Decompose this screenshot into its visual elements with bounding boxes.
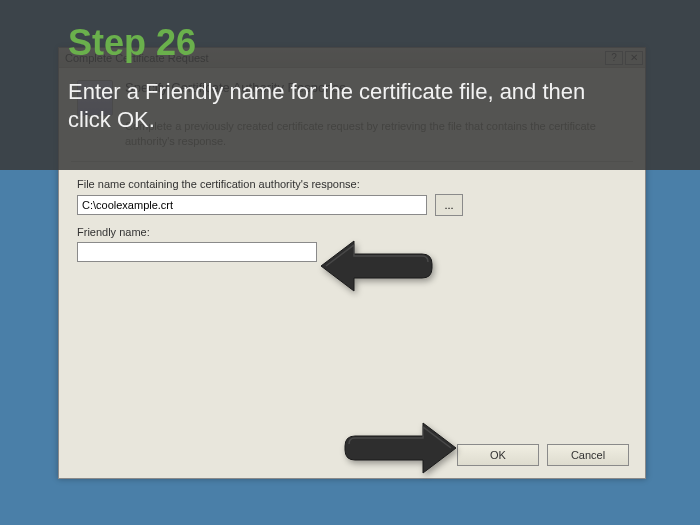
help-icon: ? (611, 52, 617, 63)
step-number: Step 26 (68, 22, 196, 64)
dialog-buttons: OK Cancel (457, 444, 629, 466)
friendly-name-input[interactable] (77, 242, 317, 262)
file-name-input[interactable] (77, 195, 427, 215)
file-name-label: File name containing the certification a… (77, 178, 627, 190)
step-instruction: Enter a Friendly name for the certificat… (68, 78, 610, 133)
cancel-button[interactable]: Cancel (547, 444, 629, 466)
close-button[interactable]: ✕ (625, 51, 643, 65)
help-button[interactable]: ? (605, 51, 623, 65)
close-icon: ✕ (630, 52, 638, 63)
arrow-to-ok-button (342, 419, 457, 477)
arrow-to-friendly-name (320, 237, 435, 295)
browse-button[interactable]: ... (435, 194, 463, 216)
ok-button[interactable]: OK (457, 444, 539, 466)
friendly-name-label: Friendly name: (77, 226, 627, 238)
